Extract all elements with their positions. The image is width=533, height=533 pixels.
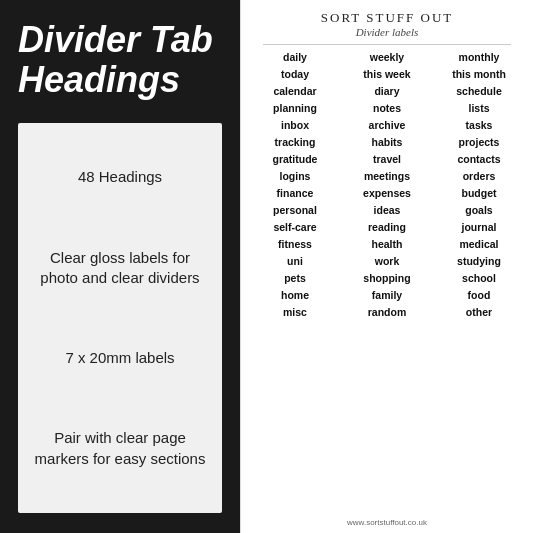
label-cell: journal — [433, 219, 524, 235]
label-row: uniworkstudying — [249, 253, 525, 269]
label-cell: tracking — [249, 134, 340, 150]
label-row: fitnesshealthmedical — [249, 236, 525, 252]
label-cell: planning — [249, 100, 340, 116]
label-row: inboxarchivetasks — [249, 117, 525, 133]
label-row: miscrandomother — [249, 304, 525, 320]
label-row: trackinghabitsprojects — [249, 134, 525, 150]
label-cell: habits — [341, 134, 432, 150]
label-cell: schedule — [433, 83, 524, 99]
label-cell: goals — [433, 202, 524, 218]
label-cell: meetings — [341, 168, 432, 184]
label-cell: school — [433, 270, 524, 286]
label-cell: shopping — [341, 270, 432, 286]
main-title: Divider Tab Headings — [18, 20, 222, 99]
label-row: gratitudetravelcontacts — [249, 151, 525, 167]
label-cell: daily — [249, 49, 340, 65]
label-cell: uni — [249, 253, 340, 269]
label-cell: random — [341, 304, 432, 320]
label-cell: monthly — [433, 49, 524, 65]
label-cell: reading — [341, 219, 432, 235]
label-cell: projects — [433, 134, 524, 150]
label-row: todaythis weekthis month — [249, 66, 525, 82]
label-cell: contacts — [433, 151, 524, 167]
label-cell: diary — [341, 83, 432, 99]
label-row: homefamilyfood — [249, 287, 525, 303]
label-cell: other — [433, 304, 524, 320]
label-row: petsshoppingschool — [249, 270, 525, 286]
label-cell: today — [249, 66, 340, 82]
feature-list: 48 Headings Clear gloss labels for photo… — [18, 123, 222, 513]
label-cell: logins — [249, 168, 340, 184]
feature-2: Clear gloss labels for photo and clear d… — [32, 242, 208, 295]
right-panel: Sort Stuff Out Divider labels dailyweekl… — [240, 0, 533, 533]
label-cell: expenses — [341, 185, 432, 201]
label-cell: tasks — [433, 117, 524, 133]
label-cell: pets — [249, 270, 340, 286]
divider-line — [263, 44, 511, 45]
label-cell: this week — [341, 66, 432, 82]
label-cell: health — [341, 236, 432, 252]
label-cell: misc — [249, 304, 340, 320]
label-cell: ideas — [341, 202, 432, 218]
label-cell: studying — [433, 253, 524, 269]
label-row: dailyweeklymonthly — [249, 49, 525, 65]
label-cell: personal — [249, 202, 340, 218]
website: www.sortstuffout.co.uk — [347, 518, 427, 527]
feature-4: Pair with clear page markers for easy se… — [32, 422, 208, 475]
labels-grid: dailyweeklymonthlytodaythis weekthis mon… — [249, 49, 525, 514]
label-cell: archive — [341, 117, 432, 133]
left-panel: Divider Tab Headings 48 Headings Clear g… — [0, 0, 240, 533]
brand-subtitle: Divider labels — [356, 26, 419, 38]
label-cell: orders — [433, 168, 524, 184]
label-row: calendardiaryschedule — [249, 83, 525, 99]
label-cell: calendar — [249, 83, 340, 99]
label-cell: family — [341, 287, 432, 303]
label-row: planningnoteslists — [249, 100, 525, 116]
brand-title: Sort Stuff Out — [321, 10, 453, 26]
feature-1: 48 Headings — [32, 161, 208, 193]
label-cell: self-care — [249, 219, 340, 235]
feature-3: 7 x 20mm labels — [32, 342, 208, 374]
label-cell: finance — [249, 185, 340, 201]
label-cell: inbox — [249, 117, 340, 133]
label-cell: home — [249, 287, 340, 303]
label-cell: travel — [341, 151, 432, 167]
label-cell: lists — [433, 100, 524, 116]
label-cell: fitness — [249, 236, 340, 252]
label-cell: notes — [341, 100, 432, 116]
label-row: loginsmeetingsorders — [249, 168, 525, 184]
label-cell: budget — [433, 185, 524, 201]
label-row: self-carereadingjournal — [249, 219, 525, 235]
label-cell: work — [341, 253, 432, 269]
label-cell: medical — [433, 236, 524, 252]
label-cell: gratitude — [249, 151, 340, 167]
label-cell: food — [433, 287, 524, 303]
label-row: personalideasgoals — [249, 202, 525, 218]
label-cell: weekly — [341, 49, 432, 65]
label-cell: this month — [433, 66, 524, 82]
label-row: financeexpensesbudget — [249, 185, 525, 201]
